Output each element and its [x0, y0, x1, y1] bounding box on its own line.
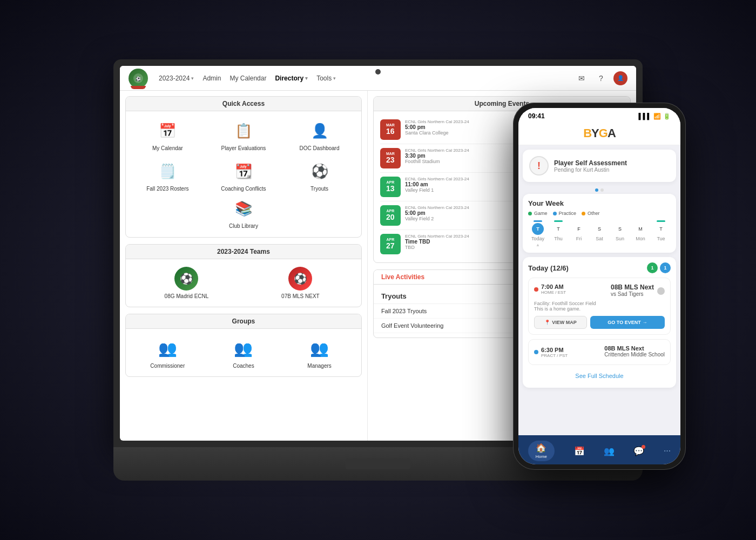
- alert-subtitle: Pending for Kurt Austin: [554, 167, 627, 173]
- qa-my-calendar[interactable]: 📅 My Calendar: [133, 119, 202, 152]
- team-08g-madrid[interactable]: ⚽ 08G Madrid ECNL: [165, 267, 209, 299]
- week-day-fri[interactable]: F Fri: [569, 220, 589, 247]
- email-icon-btn[interactable]: ✉: [575, 71, 589, 85]
- nav-logo[interactable]: ⚽: [129, 69, 148, 88]
- phone-nav-calendar[interactable]: 📅: [574, 446, 585, 456]
- week-day-today[interactable]: T Today ▲: [528, 220, 548, 247]
- event-card-1[interactable]: 7:00 AM HOME / EST 08B MLS Next vs Sad T…: [528, 278, 671, 335]
- nav-tools[interactable]: Tools ▾: [316, 75, 336, 82]
- group-coaches[interactable]: 👥 Coaches: [210, 336, 278, 369]
- tue-bar: [657, 220, 665, 222]
- groups-header: Groups: [126, 314, 361, 329]
- commissioner-icon: 👥: [156, 336, 179, 360]
- event-1-right: 08B MLS Next vs Sad Tigers: [611, 284, 665, 299]
- phone-status-bar: 09:41 ▌▌▌ 📶 🔋: [518, 108, 680, 122]
- today-arrow: ▲: [536, 242, 540, 247]
- nav-year[interactable]: 2023-2024 ▾: [159, 75, 194, 82]
- event-1-note: This is a home game.: [534, 306, 665, 312]
- tryouts-icon: ⚽: [308, 159, 332, 183]
- event-2-row: 6:30 PM PRACT / PST 08B MLS Next Critten…: [534, 345, 665, 359]
- event-card-2[interactable]: 6:30 PM PRACT / PST 08B MLS Next Critten…: [528, 339, 671, 365]
- home-label: Home: [536, 454, 547, 459]
- mon-bar: [636, 220, 645, 222]
- groups-grid: 👥 Commissioner 👥 Coaches 👥: [133, 336, 354, 369]
- group-commissioner[interactable]: 👥 Commissioner: [133, 336, 202, 369]
- legend-game: Game: [528, 211, 548, 216]
- badge-practice-count: 1: [660, 262, 671, 273]
- event-1-time-text: 7:00 AM HOME / EST: [541, 284, 566, 295]
- chat-notif-badge: 💬: [633, 446, 644, 456]
- today-header: Today (12/6) 1 1: [528, 262, 671, 273]
- event-card-1-header: 7:00 AM HOME / EST 08B MLS Next vs Sad T…: [534, 284, 665, 299]
- event-1-facility: Facility: Foothill Soccer Field: [534, 301, 665, 306]
- event-badge-3: APR 13: [380, 177, 401, 197]
- signal-icon: ▌▌▌: [639, 113, 651, 119]
- today-bar: [534, 220, 542, 222]
- sat-bar: [595, 220, 604, 222]
- nav-my-calendar[interactable]: My Calendar: [230, 75, 266, 82]
- view-map-button[interactable]: 📍 VIEW MAP: [534, 316, 587, 329]
- see-full-schedule[interactable]: See Full Schedule: [528, 369, 671, 382]
- phone-time: 09:41: [528, 112, 545, 120]
- go-to-event-button[interactable]: GO TO EVENT →: [590, 316, 665, 329]
- qa-doc-dashboard[interactable]: 👤 DOC Dashboard: [285, 119, 354, 152]
- week-title: Your Week: [528, 199, 671, 207]
- qa-my-calendar-label: My Calendar: [152, 145, 183, 152]
- group-managers[interactable]: 👥 Managers: [285, 336, 354, 369]
- team-logo-1: ⚽: [174, 267, 198, 291]
- practice-dot: [553, 212, 557, 215]
- today-label: T: [532, 223, 544, 235]
- phone-bottom-nav: 🏠 Home 📅 👥 💬: [518, 435, 680, 464]
- managers-label: Managers: [307, 363, 331, 369]
- today-text: Today: [531, 236, 544, 241]
- phone-nav-people[interactable]: 👥: [604, 446, 615, 456]
- help-icon-btn[interactable]: ?: [594, 71, 608, 85]
- qa-fall-rosters[interactable]: 🗒️ Fall 2023 Rosters: [133, 159, 202, 192]
- alert-text: Player Self Assessment Pending for Kurt …: [554, 159, 627, 173]
- game-dot: [528, 212, 532, 215]
- alert-icon: !: [529, 156, 549, 176]
- team-label-1: 08G Madrid ECNL: [165, 293, 209, 299]
- legend-practice: Practice: [553, 211, 577, 216]
- laptop-trackpad[interactable]: [346, 458, 410, 469]
- more-icon: ···: [664, 446, 671, 456]
- phone-nav-chat[interactable]: 💬: [633, 446, 644, 456]
- week-day-mon[interactable]: M Mon: [631, 220, 650, 247]
- quick-access-header: Quick Access: [126, 97, 361, 111]
- alert-card[interactable]: ! Player Self Assessment Pending for Kur…: [523, 150, 676, 182]
- phone-nav-more[interactable]: ···: [664, 446, 671, 456]
- legend-other: Other: [582, 211, 600, 216]
- quick-access-grid: 📅 My Calendar 📋 Player Evaluations 👤: [133, 119, 354, 192]
- qa-tryouts[interactable]: ⚽ Tryouts: [285, 159, 354, 192]
- user-avatar[interactable]: 👤: [613, 71, 627, 85]
- qa-coaching-conflicts[interactable]: 📆 Coaching Conflicts: [210, 159, 278, 192]
- teams-grid: ⚽ 08G Madrid ECNL ⚽ 07B MLS NEXT: [133, 267, 354, 299]
- phone-content: ! Player Self Assessment Pending for Kur…: [518, 145, 680, 435]
- qa-player-evaluations[interactable]: 📋 Player Evaluations: [210, 119, 278, 152]
- week-day-thu[interactable]: T Thu: [549, 220, 568, 247]
- alert-title: Player Self Assessment: [554, 159, 627, 167]
- phone-app-header: BYGA: [518, 122, 680, 145]
- phone-nav-home[interactable]: 🏠 Home: [528, 441, 555, 461]
- week-day-sun[interactable]: S Sun: [610, 220, 630, 247]
- commissioner-label: Commissioner: [150, 363, 185, 369]
- nav-right: ✉ ? 👤: [575, 71, 627, 85]
- arrow-right-icon: →: [643, 320, 647, 325]
- event-badge-1: MAR 16: [380, 119, 401, 140]
- phone-body: 09:41 ▌▌▌ 📶 🔋 BYGA: [513, 103, 686, 470]
- nav-directory[interactable]: Directory ▾: [275, 75, 308, 82]
- team-07b-mls[interactable]: ⚽ 07B MLS NEXT: [281, 267, 320, 299]
- nav-admin[interactable]: Admin: [202, 75, 221, 82]
- library-icon: 📚: [232, 197, 255, 220]
- legend-practice-label: Practice: [559, 211, 577, 216]
- other-dot: [582, 212, 585, 215]
- week-day-tue[interactable]: T Tue: [651, 220, 671, 247]
- qa-club-library[interactable]: 📚 Club Library: [133, 197, 354, 230]
- thu-label: T: [552, 223, 564, 235]
- team-label-2: 07B MLS NEXT: [281, 293, 320, 299]
- qa-conflicts-label: Coaching Conflicts: [221, 186, 266, 192]
- byga-logo: BYGA: [523, 126, 676, 140]
- event-1-time-tag: 7:00 AM HOME / EST: [534, 284, 566, 295]
- rosters-icon: 🗒️: [156, 159, 179, 183]
- week-day-sat[interactable]: S Sat: [590, 220, 609, 247]
